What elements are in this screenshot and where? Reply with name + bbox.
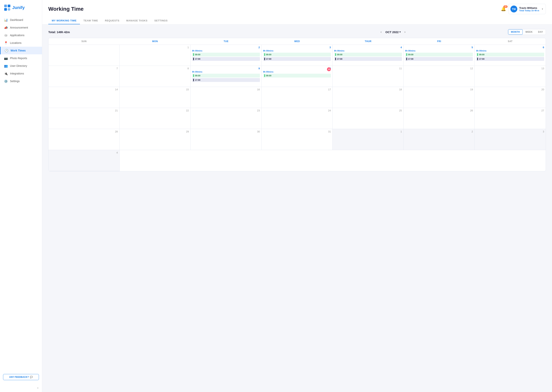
feedback-icon: 💬 xyxy=(30,376,33,378)
calendar-cell[interactable]: 58h 00mins09:0017:00 xyxy=(404,45,475,66)
sidebar-item-locations[interactable]: 📍 Locations xyxy=(0,39,42,47)
tab-team-time[interactable]: TEAM TIME xyxy=(80,17,102,24)
calendar-cell[interactable]: 11 xyxy=(333,66,404,87)
calendar-cell[interactable]: 28h 00mins09:0017:00 xyxy=(190,45,262,66)
prev-month-button[interactable]: ‹ xyxy=(379,29,383,35)
time-value: 09:00 xyxy=(479,53,484,56)
sidebar-item-integrations[interactable]: 🔌 Integrations xyxy=(0,70,42,77)
time-block[interactable]: 09:00 xyxy=(192,53,260,56)
calendar-cell[interactable]: 4 xyxy=(49,150,120,171)
day-number: 17 xyxy=(263,88,331,91)
feedback-button[interactable]: ANY FEEDBACK? 💬 xyxy=(3,374,39,380)
chevron-down-icon: ▾ xyxy=(399,31,400,33)
tab-requests[interactable]: REQUESTS xyxy=(102,17,123,24)
tab-manage-tasks[interactable]: MANAGE TASKS xyxy=(123,17,151,24)
calendar-cell[interactable]: 27 xyxy=(475,108,546,129)
calendar-cell[interactable]: 31 xyxy=(262,129,333,150)
view-week-button[interactable]: WEEK xyxy=(523,29,535,35)
sidebar-item-announcement[interactable]: 📣 Announcement xyxy=(0,24,42,31)
time-block[interactable]: 09:00 xyxy=(334,53,402,56)
sidebar-item-dashboard[interactable]: 📊 Dashboard xyxy=(0,16,42,24)
calendar-cell[interactable]: 10108h 00mins09:00 xyxy=(262,66,333,87)
day-number: 4 xyxy=(334,46,402,49)
sidebar-item-work-times[interactable]: 🕐 Work Times xyxy=(0,47,42,54)
time-bar xyxy=(193,58,194,60)
calendar-cell[interactable]: 98h 00mins09:0017:00 xyxy=(190,66,262,87)
time-block[interactable]: 17:00 xyxy=(476,57,544,61)
view-buttons: MONTH WEEK DAY xyxy=(508,29,546,35)
calendar-cell[interactable]: 23 xyxy=(190,108,262,129)
day-number: 6 xyxy=(476,46,544,49)
time-value: 17:00 xyxy=(195,58,200,60)
next-month-button[interactable]: › xyxy=(403,29,407,35)
day-number: 2 xyxy=(192,46,260,49)
calendar-cell[interactable]: 25 xyxy=(333,108,404,129)
calendar-cell[interactable]: 16 xyxy=(190,87,262,108)
calendar-cell[interactable]: 21 xyxy=(49,108,120,129)
logo[interactable]: Junify xyxy=(0,0,42,14)
calendar-cell[interactable]: 24 xyxy=(262,108,333,129)
time-block[interactable]: 17:00 xyxy=(334,57,402,61)
calendar-cell[interactable]: 20 xyxy=(475,87,546,108)
time-bar xyxy=(264,58,265,60)
sidebar-item-settings[interactable]: ⚙️ Settings xyxy=(0,77,42,85)
user-area: 🔔 23 TW Travis Williams Total Today 1h 4… xyxy=(501,4,546,14)
time-bar xyxy=(193,53,194,56)
tab-my-working-time[interactable]: MY WORKING TIME xyxy=(48,17,80,24)
calendar-cell[interactable]: 26 xyxy=(404,108,475,129)
calendar-cell[interactable]: 38h 00mins09:0017:00 xyxy=(262,45,333,66)
view-month-button[interactable]: MONTH xyxy=(508,29,523,35)
day-header-mon: MON xyxy=(120,38,191,45)
time-block[interactable]: 17:00 xyxy=(263,57,331,61)
calendar-cell[interactable]: 22 xyxy=(120,108,191,129)
time-value: 17:00 xyxy=(408,58,414,60)
time-bar xyxy=(335,53,336,56)
time-bar xyxy=(193,79,194,81)
day-number: 14 xyxy=(50,88,118,91)
sidebar-bottom: ANY FEEDBACK? 💬 xyxy=(0,371,42,385)
calendar-cell[interactable]: 18 xyxy=(333,87,404,108)
time-block[interactable]: 09:00 xyxy=(263,74,331,77)
calendar-cell[interactable] xyxy=(49,45,120,66)
calendar-cell[interactable]: 12 xyxy=(404,66,475,87)
user-card[interactable]: TW Travis Williams Total Today 1h 49 m ▾ xyxy=(508,4,546,14)
time-block[interactable]: 17:00 xyxy=(405,57,473,61)
time-summary: 8h 00mins xyxy=(192,71,260,73)
time-block[interactable]: 09:00 xyxy=(192,74,260,77)
calendar-cell[interactable]: 17 xyxy=(262,87,333,108)
time-block[interactable]: 09:00 xyxy=(405,53,473,56)
calendar-cell[interactable]: 3 xyxy=(475,129,546,150)
calendar-cell[interactable]: 14 xyxy=(49,87,120,108)
calendar-cell[interactable]: 7 xyxy=(49,66,120,87)
calendar-cell[interactable]: 15 xyxy=(120,87,191,108)
calendar-cell[interactable]: 13 xyxy=(475,66,546,87)
calendar-cell[interactable]: 8 xyxy=(120,66,191,87)
sidebar-item-applications[interactable]: 🗂 Applications xyxy=(0,31,42,39)
sidebar-item-photo-reports[interactable]: 📷 Photo Reports xyxy=(0,54,42,62)
time-summary: 8h 00mins xyxy=(263,71,331,73)
user-info: Travis Williams Total Today 1h 49 m xyxy=(519,7,539,12)
time-block[interactable]: 09:00 xyxy=(476,53,544,56)
total-label: Total: 149h 42m xyxy=(48,30,278,34)
month-label[interactable]: OCT 2022 ▾ xyxy=(385,30,400,34)
tab-settings[interactable]: SETTINGS xyxy=(151,17,171,24)
day-number: 23 xyxy=(192,109,260,112)
calendar-cell[interactable]: 28 xyxy=(49,129,120,150)
calendar-cell[interactable]: 48h 00mins09:0017:00 xyxy=(333,45,404,66)
calendar-cell[interactable]: 19 xyxy=(404,87,475,108)
time-value: 17:00 xyxy=(195,79,200,81)
calendar-cell[interactable]: 29 xyxy=(120,129,191,150)
view-day-button[interactable]: DAY xyxy=(535,29,546,35)
time-block[interactable]: 17:00 xyxy=(192,57,260,61)
notification-bell[interactable]: 🔔 23 xyxy=(501,7,506,12)
calendar-cell[interactable]: 30 xyxy=(190,129,262,150)
calendar-cell[interactable]: 1 xyxy=(120,45,191,66)
calendar-cell[interactable]: 68h 00mins09:0017:00 xyxy=(475,45,546,66)
sidebar-item-user-directory[interactable]: 👥 User Directory xyxy=(0,62,42,70)
time-value: 17:00 xyxy=(266,58,271,60)
calendar-cell[interactable]: 2 xyxy=(404,129,475,150)
time-block[interactable]: 17:00 xyxy=(192,78,260,82)
time-block[interactable]: 09:00 xyxy=(263,53,331,56)
collapse-button[interactable]: « xyxy=(0,385,42,392)
calendar-cell[interactable]: 1 xyxy=(333,129,404,150)
